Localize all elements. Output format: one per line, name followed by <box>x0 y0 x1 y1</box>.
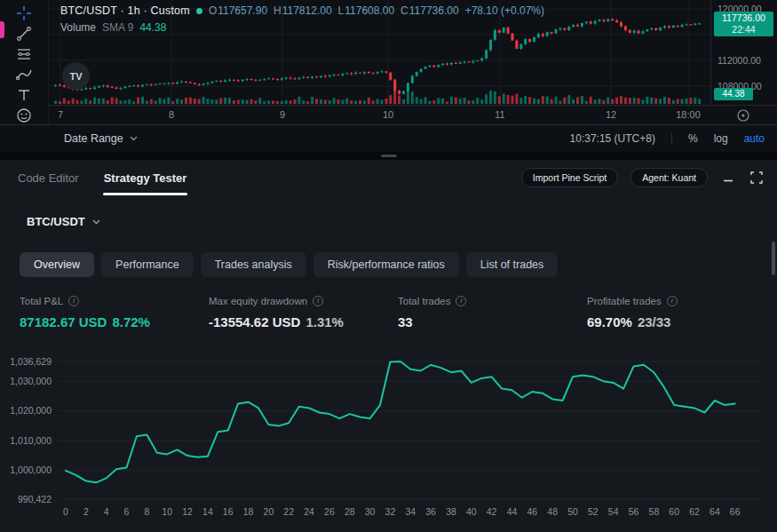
stat-label: Total P&Li <box>20 296 150 306</box>
axis-settings-icon[interactable] <box>736 108 750 123</box>
stat-secondary-value: 23/33 <box>638 314 671 330</box>
text-tool-icon[interactable] <box>8 86 40 104</box>
panel-scrollbar[interactable] <box>772 242 775 275</box>
stat-label-text: Max equity drawdown <box>209 296 307 306</box>
volume-value-badge: 44.38 <box>714 88 753 100</box>
report-tab-overview[interactable]: Overview <box>20 252 94 277</box>
svg-text:52: 52 <box>588 506 599 517</box>
stat-label: Total tradesi <box>398 296 466 306</box>
crosshair-icon[interactable] <box>8 4 40 22</box>
stat-profitable-trades: Profitable tradesi69.70%23/33 <box>587 296 678 330</box>
symbol-selector[interactable]: BTC/USDT <box>27 215 100 228</box>
svg-text:2: 2 <box>83 506 89 517</box>
svg-text:66: 66 <box>730 506 741 517</box>
equity-curve-canvas: 1,036,6291,030,0001,020,0001,010,0001,00… <box>0 348 777 530</box>
clock-button[interactable]: 10:37:15 (UTC+8) <box>570 132 655 145</box>
stat-label-text: Total P&L <box>20 296 63 306</box>
summary-stats: Total P&Li87182.67 USD8.72%Max equity dr… <box>0 296 777 345</box>
drawing-toolbar <box>0 0 49 124</box>
panel-tab-code-editor[interactable]: Code Editor <box>18 171 79 185</box>
time-axis[interactable]: 78910111218:00 <box>49 105 777 124</box>
chart-footer-bar: Date Range 10:37:15 (UTC+8) % log auto <box>0 124 777 152</box>
svg-text:30: 30 <box>365 506 376 517</box>
time-tick: 11 <box>495 109 504 120</box>
bar-countdown: 22:44 <box>714 24 773 36</box>
volume-value: 44.38 <box>139 21 166 34</box>
trend-line-icon[interactable] <box>8 25 40 43</box>
ohlc-value: 117657.90 <box>218 4 267 17</box>
info-icon[interactable]: i <box>667 296 678 306</box>
auto-scale-button[interactable]: auto <box>744 132 765 145</box>
svg-text:36: 36 <box>425 506 436 517</box>
equity-curve-chart[interactable]: 1,036,6291,030,0001,020,0001,010,0001,00… <box>0 348 777 530</box>
volume-label: Volume <box>60 21 96 34</box>
tradingview-watermark-logo: TV <box>62 62 90 90</box>
svg-text:6: 6 <box>124 506 130 517</box>
agent-button[interactable]: Agent: Kuant <box>630 168 708 187</box>
svg-text:48: 48 <box>547 506 558 517</box>
stat-value: -13554.62 USD1.31% <box>209 314 344 330</box>
percent-scale-button[interactable]: % <box>688 132 698 145</box>
report-tab-list-of-trades[interactable]: List of trades <box>466 252 559 277</box>
price-tick: 112000.00 <box>718 55 761 66</box>
stat-primary-value: 33 <box>398 314 413 330</box>
svg-text:1,030,000: 1,030,000 <box>10 376 52 386</box>
panel-tabs: Code EditorStrategy Tester <box>18 171 186 185</box>
strategy-tester-panel: Code EditorStrategy Tester Import Pine S… <box>0 160 777 532</box>
volume-legend[interactable]: Volume SMA 9 44.38 <box>60 21 544 34</box>
pink-edge-marker[interactable] <box>0 21 4 38</box>
chevron-down-icon <box>130 136 138 141</box>
info-icon[interactable]: i <box>313 296 323 306</box>
stat-label-text: Profitable trades <box>587 296 662 306</box>
time-tick: 12 <box>606 109 616 120</box>
time-tick: 10 <box>383 109 393 120</box>
svg-text:4: 4 <box>104 506 109 517</box>
svg-text:46: 46 <box>527 506 537 517</box>
stat-primary-value: 87182.67 USD <box>20 314 107 330</box>
svg-text:16: 16 <box>223 506 234 517</box>
emoji-tool-icon[interactable] <box>8 107 40 124</box>
stat-primary-value: -13554.62 USD <box>209 314 300 330</box>
stat-value: 33 <box>398 314 466 330</box>
info-icon[interactable]: i <box>456 296 466 306</box>
date-range-selector[interactable]: Date Range <box>64 132 138 145</box>
report-tab-performance[interactable]: Performance <box>101 252 194 277</box>
minimize-panel-icon[interactable] <box>720 170 736 186</box>
log-scale-button[interactable]: log <box>714 132 728 145</box>
ohlc-key: H <box>274 4 281 17</box>
stat-primary-value: 69.70% <box>587 314 632 330</box>
report-tab-risk-performance-ratios[interactable]: Risk/performance ratios <box>313 252 459 277</box>
svg-text:50: 50 <box>567 506 578 517</box>
svg-text:1,010,000: 1,010,000 <box>10 435 52 446</box>
svg-text:24: 24 <box>304 506 314 517</box>
import-pine-script-button[interactable]: Import Pine Script <box>521 168 618 187</box>
svg-text:28: 28 <box>345 506 355 517</box>
svg-text:20: 20 <box>264 506 274 517</box>
parallel-lines-icon[interactable] <box>8 45 40 63</box>
stat-secondary-value: 8.72% <box>112 314 150 330</box>
symbol-title[interactable]: BTC/USDT · 1h · Custom <box>60 4 190 17</box>
ohlc-value: 117736.00 <box>409 4 459 17</box>
svg-text:10: 10 <box>162 506 172 517</box>
price-axis[interactable]: 117736.00 22:44 44.38 120000.00112000.00… <box>710 0 777 105</box>
svg-text:54: 54 <box>608 506 619 517</box>
panel-header: Code EditorStrategy Tester Import Pine S… <box>0 160 777 195</box>
panel-tab-strategy-tester[interactable]: Strategy Tester <box>104 171 187 185</box>
ohlc-value: 117608.00 <box>345 4 394 17</box>
svg-text:12: 12 <box>182 506 193 517</box>
svg-text:38: 38 <box>446 506 456 517</box>
svg-text:1,000,000: 1,000,000 <box>10 465 52 475</box>
svg-text:58: 58 <box>649 506 660 517</box>
ohlc-l: L117608.00 <box>338 4 395 17</box>
brush-icon[interactable] <box>8 66 40 83</box>
expand-panel-icon[interactable] <box>749 170 765 186</box>
info-icon[interactable]: i <box>68 296 79 306</box>
market-status-dot <box>196 8 202 14</box>
svg-text:40: 40 <box>466 506 477 517</box>
price-chart[interactable]: TV BTC/USDT · 1h · Custom O117657.90H117… <box>49 0 710 105</box>
svg-text:1,036,629: 1,036,629 <box>10 356 52 367</box>
panel-resize-handle[interactable] <box>0 152 777 160</box>
report-tab-trades-analysis[interactable]: Trades analysis <box>201 252 306 277</box>
ohlc-o: O117657.90 <box>209 4 267 17</box>
svg-text:56: 56 <box>629 506 639 517</box>
